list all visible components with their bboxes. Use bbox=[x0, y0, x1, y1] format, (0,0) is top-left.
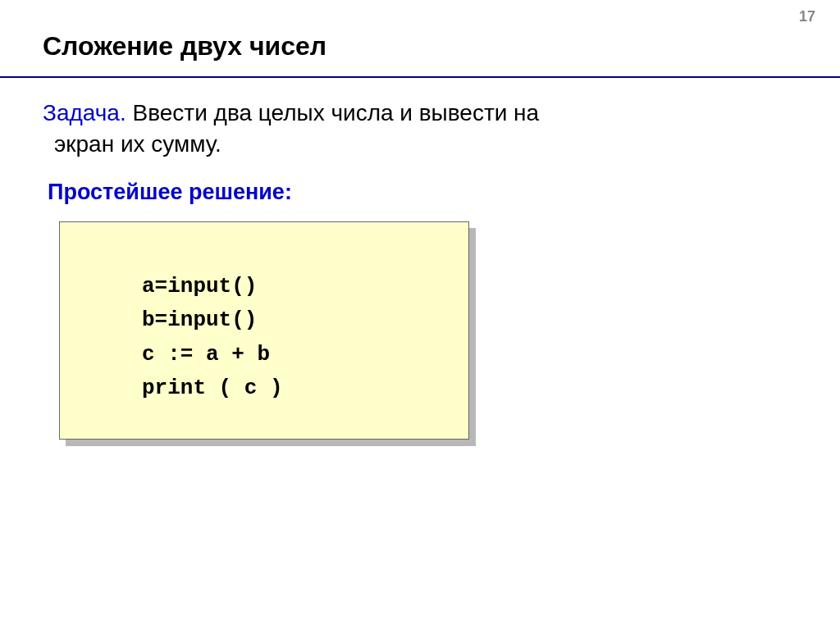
code-box: a=input() b=input() c := a + b print ( c… bbox=[59, 221, 469, 440]
task-text-1: Ввести два целых числа и вывести на bbox=[126, 100, 539, 125]
code-line-3: c := a + b bbox=[142, 338, 444, 372]
code-line-1: a=input() bbox=[142, 270, 444, 304]
task-text-2: экран их сумму. bbox=[43, 129, 797, 160]
content-area: Задача. Ввести два целых числа и вывести… bbox=[0, 78, 840, 459]
solution-label: Простейшее решение: bbox=[43, 180, 797, 205]
code-box-wrapper: a=input() b=input() c := a + b print ( c… bbox=[59, 221, 469, 440]
code-line-4: print ( c ) bbox=[142, 371, 444, 406]
code-line-2: b=input() bbox=[142, 303, 444, 338]
slide-title: Сложение двух чисел bbox=[0, 0, 840, 78]
task-label: Задача. bbox=[43, 100, 126, 125]
page-number: 17 bbox=[799, 8, 815, 25]
task-description: Задача. Ввести два целых числа и вывести… bbox=[43, 98, 797, 160]
